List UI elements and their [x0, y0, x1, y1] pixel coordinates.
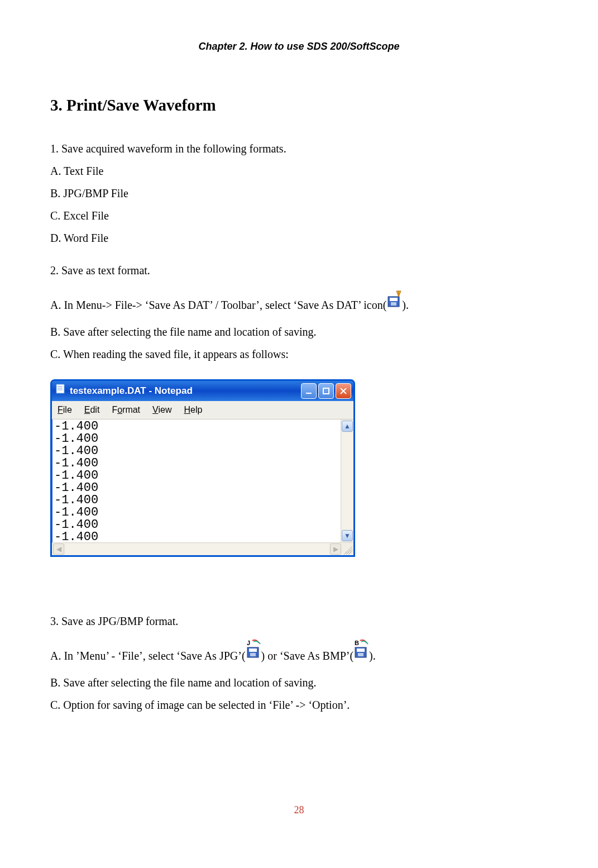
paragraph-1c: C. Excel File: [50, 207, 548, 224]
horizontal-scrollbar[interactable]: ◀ ▶: [52, 542, 353, 555]
paragraph-1a: A. Text File: [50, 163, 548, 179]
svg-rect-8: [306, 393, 312, 394]
paragraph-1b: B. JPG/BMP File: [50, 185, 548, 202]
scroll-v-track[interactable]: [342, 433, 352, 529]
paragraph-1d: D. Word File: [50, 230, 548, 246]
p3a-post: ).: [369, 649, 376, 661]
paragraph-2b: B. Save after selecting the file name an…: [50, 323, 548, 340]
scroll-down-icon[interactable]: ▼: [342, 530, 353, 541]
page-number: 28: [50, 803, 548, 818]
menu-edit[interactable]: Edit: [82, 402, 102, 418]
svg-rect-1: [390, 298, 398, 301]
svg-rect-15: [250, 653, 256, 656]
save-dat-icon: [386, 289, 402, 312]
close-button[interactable]: [336, 383, 351, 399]
titlebar-left: testexample.DAT - Notepad: [55, 383, 193, 398]
notepad-content[interactable]: -1.400 -1.400 -1.400 -1.400 -1.400 -1.40…: [52, 419, 341, 542]
notepad-app-icon: [55, 383, 66, 398]
notepad-body: -1.400 -1.400 -1.400 -1.400 -1.400 -1.40…: [52, 419, 353, 542]
p3a-mid: ) or ‘Save As BMP’(: [261, 649, 354, 661]
window-buttons: [301, 383, 351, 399]
vertical-scrollbar[interactable]: ▲ ▼: [341, 419, 353, 542]
save-jpg-icon: J: [246, 640, 261, 663]
svg-rect-9: [323, 388, 329, 394]
paragraph-1: 1. Save acquired waveform in the followi…: [50, 140, 548, 157]
svg-text:B: B: [355, 640, 359, 646]
paragraph-2a: A. In Menu-> File-> ‘Save As DAT’ / Tool…: [50, 294, 548, 318]
p3a-pre: A. In ’Menu’ - ‘File’, select ‘Save As J…: [50, 649, 246, 661]
scroll-h-track[interactable]: [65, 544, 329, 554]
svg-rect-14: [249, 648, 257, 652]
scroll-right-icon[interactable]: ▶: [330, 543, 341, 555]
menu-format[interactable]: Format: [109, 402, 142, 418]
resize-grip-icon[interactable]: [341, 543, 352, 555]
maximize-button[interactable]: [318, 383, 334, 399]
scroll-up-icon[interactable]: ▲: [342, 421, 353, 432]
notepad-titlebar: testexample.DAT - Notepad: [52, 381, 353, 401]
svg-rect-19: [358, 653, 363, 656]
scroll-left-icon[interactable]: ◀: [53, 543, 64, 555]
paragraph-3c: C. Option for saving of image can be sel…: [50, 697, 548, 713]
menu-help[interactable]: Help: [181, 402, 204, 418]
paragraph-3a: A. In ’Menu’ - ‘File’, select ‘Save As J…: [50, 645, 548, 669]
section-title: 3. Print/Save Waveform: [50, 93, 548, 118]
paragraph-3: 3. Save as JPG/BMP format.: [50, 613, 548, 629]
menu-view[interactable]: View: [150, 402, 174, 418]
paragraph-2: 2. Save as text format.: [50, 262, 548, 279]
paragraph-3b: B. Save after selecting the file name an…: [50, 674, 548, 691]
notepad-title: testexample.DAT - Notepad: [70, 384, 193, 398]
notepad-menubar: File Edit Format View Help: [52, 401, 353, 419]
p2a-post: ).: [402, 298, 409, 311]
svg-rect-4: [56, 384, 64, 393]
minimize-button[interactable]: [301, 383, 317, 399]
p2a-pre: A. In Menu-> File-> ‘Save As DAT’ / Tool…: [50, 298, 386, 311]
save-bmp-icon: B: [353, 640, 369, 663]
paragraph-2c: C. When reading the saved file, it appea…: [50, 346, 548, 363]
chapter-header: Chapter 2. How to use SDS 200/SoftScope: [50, 39, 548, 54]
svg-rect-18: [357, 648, 365, 652]
svg-text:J: J: [247, 640, 250, 646]
menu-file[interactable]: File: [55, 402, 74, 418]
svg-rect-2: [391, 302, 396, 306]
notepad-window: testexample.DAT - Notepad File Edit Form…: [50, 379, 355, 557]
